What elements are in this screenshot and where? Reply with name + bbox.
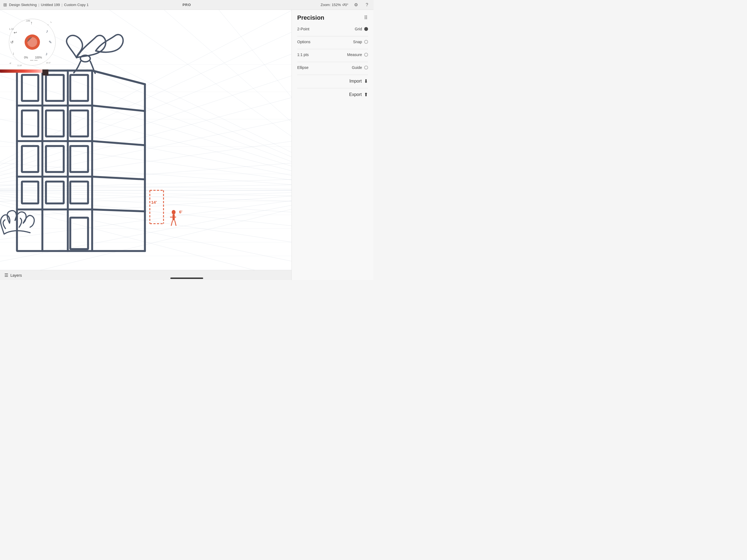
svg-text:↩: ↩ (14, 30, 17, 35)
panel-title: Precision ⠿ (297, 14, 368, 21)
pro-badge: PRO (182, 3, 191, 7)
sep1: | (38, 3, 39, 7)
export-icon: ⬆ (364, 92, 368, 98)
divider4 (297, 75, 368, 75)
zoom-info[interactable]: Zoom: 152% ↺0° (320, 3, 349, 7)
svg-text:↑: ↑ (30, 21, 32, 25)
two-point-label: 2-Point (297, 27, 309, 31)
top-right-controls: Zoom: 152% ↺0° ⚙ ? (320, 2, 370, 8)
svg-rect-62 (22, 75, 38, 101)
svg-line-86 (175, 221, 176, 226)
divider3 (297, 62, 368, 62)
ellipse-label: Ellipse (297, 65, 308, 70)
svg-rect-63 (46, 75, 64, 101)
grid-dots-icon[interactable]: ⠿ (364, 15, 368, 21)
right-panel: Precision ⠿ 2-Point Grid Options Snap 1:… (291, 10, 374, 280)
grid-label: Grid (355, 27, 362, 31)
zoom-value: 152% (332, 3, 341, 7)
import-icon: ⬇ (364, 78, 368, 84)
svg-rect-66 (46, 110, 64, 136)
svg-text:♪: ♪ (45, 51, 48, 56)
divider2 (297, 49, 368, 49)
help-button[interactable]: ? (364, 2, 370, 8)
svg-rect-68 (22, 146, 38, 172)
breadcrumb: Design Sketching | Untitled 199 | Custom… (9, 3, 88, 7)
svg-rect-71 (22, 182, 38, 203)
svg-line-56 (92, 105, 145, 111)
layers-label: Layers (10, 273, 22, 278)
canvas-area[interactable]: 14' 6' ↑ ↩ ↺ ↓ ♪ ✎ ♪ (0, 10, 291, 280)
app-name: Design Sketching (9, 3, 36, 7)
export-label: Export (349, 92, 362, 97)
svg-rect-48 (17, 71, 92, 251)
svg-text:11.8': 11.8' (17, 64, 22, 67)
app-grid-icon[interactable]: ⊞ (3, 2, 7, 7)
height-measurement: 14' (151, 200, 157, 205)
grid-row: 2-Point Grid (297, 27, 368, 31)
import-label: Import (350, 79, 362, 84)
export-button[interactable]: Export ⬆ (297, 92, 368, 98)
svg-text:↓: ↓ (12, 51, 15, 55)
svg-line-57 (92, 141, 145, 145)
divider1 (297, 36, 368, 36)
angle-value: ↺0° (342, 3, 349, 7)
tool-wheel[interactable]: ↑ ↩ ↺ ↓ ♪ ✎ ♪ — — 0% 100% 1.32 .185 ~ ∿ … (8, 18, 57, 67)
svg-text:.185: .185 (25, 19, 30, 22)
options-label: Options (297, 40, 310, 44)
snap-label: Snap (353, 40, 362, 44)
svg-text:100%: 100% (35, 56, 42, 59)
svg-text:✎: ✎ (49, 40, 52, 44)
svg-rect-73 (70, 182, 88, 203)
panel-title-text: Precision (297, 14, 324, 21)
sep2: | (61, 3, 62, 7)
measure-label: Measure (347, 52, 362, 57)
svg-text:-8': -8' (9, 62, 11, 65)
guide-label: Guide (352, 65, 362, 70)
file-name[interactable]: Untitled 199 (41, 3, 60, 7)
topbar: ⊞ Design Sketching | Untitled 199 | Cust… (0, 0, 374, 10)
pts-label: 1:1 pts (297, 52, 309, 57)
svg-text:↺: ↺ (10, 40, 14, 44)
svg-text:~: ~ (47, 24, 49, 26)
svg-text:♪: ♪ (46, 29, 48, 33)
svg-rect-69 (46, 146, 64, 172)
svg-line-76 (92, 71, 145, 84)
import-button[interactable]: Import ⬇ (297, 78, 368, 84)
layers-button[interactable]: ☰ Layers (0, 270, 291, 280)
svg-text:∿: ∿ (50, 21, 52, 24)
layers-icon: ☰ (4, 273, 8, 278)
settings-button[interactable]: ⚙ (353, 2, 359, 8)
svg-line-59 (92, 209, 145, 211)
grid-toggle[interactable] (364, 27, 368, 31)
home-indicator (170, 278, 203, 279)
color-swatch[interactable] (42, 70, 48, 75)
svg-rect-64 (70, 75, 88, 101)
guide-row: Ellipse Guide (297, 65, 368, 70)
svg-rect-70 (70, 146, 88, 172)
width-measurement: 6' (179, 209, 182, 214)
svg-line-85 (171, 221, 173, 226)
svg-rect-74 (70, 218, 88, 249)
svg-point-82 (172, 210, 176, 214)
snap-row: Options Snap (297, 40, 368, 44)
svg-text:10.3': 10.3' (46, 61, 51, 64)
svg-rect-67 (70, 110, 88, 136)
color-strip[interactable] (0, 70, 48, 73)
svg-rect-72 (46, 182, 64, 203)
svg-rect-65 (22, 110, 38, 136)
svg-line-58 (92, 177, 145, 179)
guide-toggle[interactable] (364, 66, 368, 70)
svg-text:1.32: 1.32 (9, 28, 14, 30)
measure-toggle[interactable] (364, 53, 368, 57)
snap-toggle[interactable] (364, 40, 368, 44)
zoom-label: Zoom: (320, 3, 331, 7)
measure-row: 1:1 pts Measure (297, 52, 368, 57)
svg-text:0%: 0% (24, 56, 28, 59)
copy-name[interactable]: Custom Copy 1 (64, 3, 88, 7)
